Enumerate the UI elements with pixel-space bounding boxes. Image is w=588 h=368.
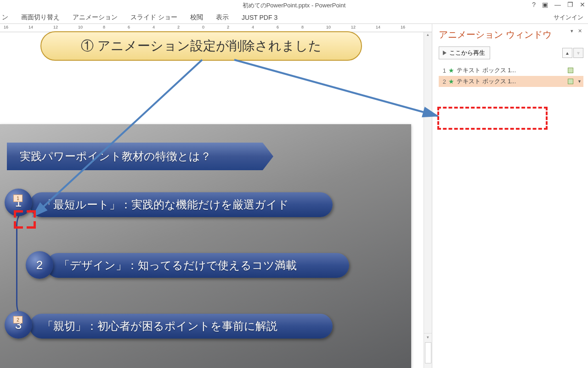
star-icon: ★ bbox=[448, 67, 454, 74]
window-title: 初めてのPowerPoint.pptx - PowerPoint bbox=[243, 1, 346, 10]
ribbon-tab[interactable]: 表示 bbox=[216, 12, 229, 23]
ribbon-tab[interactable]: JUST PDF 3 bbox=[242, 12, 277, 23]
ribbon-tab[interactable]: ン bbox=[2, 12, 8, 23]
slide-title-banner[interactable]: 実践パワーポイント教材の特徴とは？ bbox=[7, 143, 273, 170]
vertical-scrollbar[interactable]: ▴ ▾ bbox=[424, 32, 432, 368]
animation-pane-title: アニメーション ウィンドウ bbox=[439, 29, 583, 41]
pane-options-icon[interactable]: ▾ bbox=[569, 28, 575, 34]
move-down-button[interactable]: ▼ bbox=[573, 48, 583, 58]
annotation-callout: ① アニメーション設定が削除されました bbox=[40, 31, 362, 61]
sign-in-link[interactable]: サインイン bbox=[554, 13, 583, 22]
close-icon[interactable]: ✕ bbox=[580, 1, 585, 8]
move-up-button[interactable]: ▲ bbox=[562, 48, 572, 58]
play-button-label: ここから再生 bbox=[449, 49, 485, 57]
window-controls: ? ▣ — ❐ ✕ bbox=[532, 1, 585, 8]
animation-item-label: テキスト ボックス 1... bbox=[457, 66, 516, 75]
scroll-down-icon[interactable]: ▾ bbox=[424, 333, 432, 340]
title-bar: 初めてのPowerPoint.pptx - PowerPoint ? ▣ — ❐… bbox=[0, 0, 588, 11]
scroll-up-icon[interactable]: ▴ bbox=[424, 32, 432, 39]
number-circle[interactable]: 3 bbox=[5, 311, 32, 339]
slide-item-bar[interactable]: 「最短ルート」：実践的な機能だけを厳選ガイド bbox=[29, 192, 333, 217]
animation-tag[interactable]: 2 bbox=[13, 316, 23, 323]
highlight-box-pane bbox=[437, 107, 548, 130]
pane-close-icon[interactable]: ✕ bbox=[577, 28, 583, 34]
animation-list-item[interactable]: 2 ★ テキスト ボックス 1... ▼ bbox=[439, 76, 583, 87]
timeline-block bbox=[568, 68, 573, 73]
animation-item-label: テキスト ボックス 1... bbox=[457, 77, 516, 86]
animation-item-number: 2 bbox=[441, 78, 446, 85]
ribbon-tabs: ン 画面切り替え アニメーション スライド ショー 校閲 表示 JUST PDF… bbox=[0, 11, 588, 24]
slide-item-bar[interactable]: 「デザイン」：知ってるだけで使えるコツ満載 bbox=[46, 253, 349, 278]
play-icon bbox=[443, 51, 447, 55]
highlight-box-slide bbox=[14, 210, 36, 229]
scroll-thumb[interactable] bbox=[425, 342, 431, 363]
maximize-icon[interactable]: ❐ bbox=[567, 1, 573, 8]
ribbon-tab[interactable]: 画面切り替え bbox=[21, 12, 60, 23]
callout-text: ① アニメーション設定が削除されました bbox=[81, 37, 322, 55]
number-circle[interactable]: 2 bbox=[26, 251, 53, 279]
ribbon-tab[interactable]: 校閲 bbox=[190, 12, 203, 23]
star-icon: ★ bbox=[448, 78, 454, 85]
minimize-icon[interactable]: — bbox=[554, 1, 561, 8]
play-from-here-button[interactable]: ここから再生 bbox=[439, 46, 490, 59]
timeline-block bbox=[568, 79, 573, 84]
slide-item-bar[interactable]: 「親切」：初心者が困るポイントを事前に解説 bbox=[29, 314, 333, 339]
ribbon-tab[interactable]: アニメーション bbox=[73, 12, 118, 23]
slide-canvas[interactable]: 実践パワーポイント教材の特徴とは？ 「最短ルート」：実践的な機能だけを厳選ガイド… bbox=[0, 124, 411, 368]
ribbon-tab[interactable]: スライド ショー bbox=[130, 12, 177, 23]
ribbon-options-icon[interactable]: ▣ bbox=[542, 1, 548, 8]
animation-tag[interactable]: 1 bbox=[13, 195, 23, 202]
animation-list-item[interactable]: 1 ★ テキスト ボックス 1... bbox=[439, 65, 583, 76]
dropdown-icon[interactable]: ▼ bbox=[577, 79, 582, 84]
help-icon[interactable]: ? bbox=[532, 1, 536, 8]
animation-item-number: 1 bbox=[441, 67, 446, 74]
slide-editor: 16 14 12 10 8 6 4 2 0 2 4 6 8 10 12 14 1… bbox=[0, 24, 432, 368]
animation-pane: ▾ ✕ アニメーション ウィンドウ ここから再生 ▲ ▼ 1 ★ テキスト ボッ… bbox=[432, 24, 588, 368]
